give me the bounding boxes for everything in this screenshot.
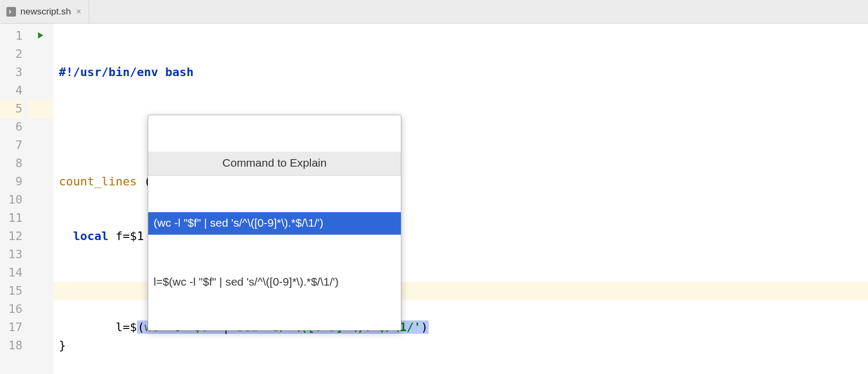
popup-item[interactable]: (wc -l "$f" | sed 's/^\([0-9]*\).*$/\1/'… [148,212,401,235]
terminal-file-icon [6,7,16,17]
line-number: 14 [0,264,22,282]
line-number: 7 [0,136,22,154]
code-area[interactable]: #!/usr/bin/env bash count_lines () { loc… [54,24,868,374]
line-number: 11 [0,209,22,227]
run-gutter-line [28,27,54,45]
shebang: #!/usr/bin/env bash [59,65,194,79]
run-gutter [28,24,54,374]
popup-title: Command to Explain [148,152,401,176]
code-line: } [54,336,868,355]
line-number: 6 [0,118,22,136]
line-number: 9 [0,173,22,191]
line-number: 10 [0,191,22,209]
line-number: 5 [0,100,22,118]
close-icon[interactable]: × [75,7,82,17]
code-editor[interactable]: 1 2 3 4 5 6 7 8 9 10 11 12 13 14 15 16 1… [0,24,868,374]
tab-bar: newscript.sh × [0,0,868,24]
tab-filename: newscript.sh [20,6,71,17]
line-number: 2 [0,45,22,63]
popup-item[interactable]: l=$(wc -l "$f" | sed 's/^\([0-9]*\).*$/\… [148,271,401,294]
line-number: 8 [0,154,22,173]
line-number: 4 [0,81,22,100]
run-icon[interactable] [36,27,45,45]
line-number: 17 [0,318,22,336]
line-number: 3 [0,63,22,81]
line-number: 18 [0,336,22,355]
explain-command-popup: Command to Explain (wc -l "$f" | sed 's/… [148,115,401,331]
line-number: 15 [0,282,22,300]
function-name: count_lines [59,175,137,188]
file-tab[interactable]: newscript.sh × [0,0,89,23]
code-line: #!/usr/bin/env bash [54,63,868,81]
line-number: 12 [0,227,22,245]
line-number: 1 [0,27,22,45]
line-number-gutter: 1 2 3 4 5 6 7 8 9 10 11 12 13 14 15 16 1… [0,24,28,374]
line-number: 16 [0,300,22,318]
line-number: 13 [0,245,22,264]
